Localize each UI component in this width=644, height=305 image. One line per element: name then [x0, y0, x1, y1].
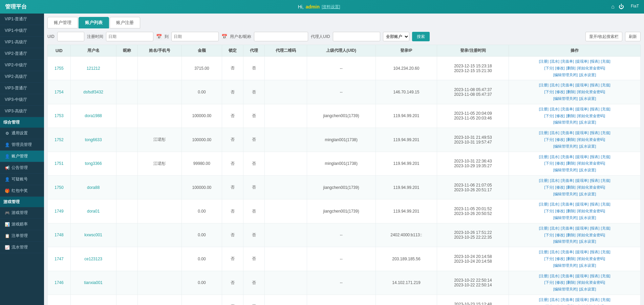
action-编辑管理关闭-link[interactable]: [编辑管理关闭] — [553, 239, 578, 243]
action-下分-link[interactable]: [下分] — [544, 257, 554, 261]
action-流水-link[interactable]: [流水] — [550, 178, 559, 182]
sidebar-item-bet-management[interactable]: 📋注单管理 — [0, 230, 44, 242]
action-流水-link[interactable]: [流水] — [550, 202, 559, 206]
action-充值-link[interactable]: [充值] — [601, 131, 610, 135]
action-流水-link[interactable]: [流水] — [550, 298, 559, 302]
action-充值单-link[interactable]: [充值单] — [561, 131, 574, 135]
action-初始化资金密码-link[interactable]: [初始化资金密码] — [577, 114, 605, 118]
action-下分-link[interactable]: [下分] — [544, 90, 554, 94]
sidebar-item-redpacket-win[interactable]: 🎁红包中奖 — [0, 185, 44, 197]
action-注册-link[interactable]: [注册] — [539, 298, 549, 302]
action-提现单-link[interactable]: [提现单] — [575, 83, 588, 87]
uid-cell-link[interactable]: 1750 — [55, 185, 64, 190]
username-input[interactable] — [254, 32, 308, 41]
action-流水-link[interactable]: [流水] — [550, 131, 559, 135]
tab-account-reg[interactable]: 账户注册 — [110, 17, 140, 28]
action-报表-link[interactable]: [报表] — [590, 83, 599, 87]
action-报表-link[interactable]: [报表] — [590, 226, 599, 230]
action-删除-link[interactable]: [删除] — [566, 66, 576, 70]
uid-cell-link[interactable]: 1751 — [55, 161, 64, 166]
action-注册-link[interactable]: [注册] — [539, 274, 549, 278]
action-下分-link[interactable]: [下分] — [544, 185, 554, 189]
action-提现单-link[interactable]: [提现单] — [575, 202, 588, 206]
action-充值-link[interactable]: [充值] — [601, 83, 610, 87]
action-充值-link[interactable]: [充值] — [601, 202, 610, 206]
action-流水-link[interactable]: [流水] — [550, 274, 559, 278]
action-注册-link[interactable]: [注册] — [539, 131, 549, 135]
action-删除-link[interactable]: [删除] — [566, 185, 576, 189]
action-下分-link[interactable]: [下分] — [544, 161, 554, 165]
action-初始化资金密码-link[interactable]: [初始化资金密码] — [577, 209, 605, 213]
action-删除-link[interactable]: [删除] — [566, 114, 576, 118]
action-编辑管理关闭-link[interactable]: [编辑管理关闭] — [553, 216, 578, 220]
tab-account-list[interactable]: 账户列表 — [79, 17, 109, 28]
action-报表-link[interactable]: [报表] — [590, 59, 599, 63]
action-提现单-link[interactable]: [提现单] — [575, 107, 588, 111]
sidebar-item-flow-management[interactable]: 📈流水管理 — [0, 242, 44, 253]
action-初始化资金密码-link[interactable]: [初始化资金密码] — [577, 66, 605, 70]
action-充值单-link[interactable]: [充值单] — [561, 59, 574, 63]
uid-cell-link[interactable]: 1752 — [55, 137, 64, 142]
profile-link[interactable]: [资料设置] — [322, 4, 340, 10]
action-修改-link[interactable]: [修改] — [555, 137, 565, 141]
action-充值单-link[interactable]: [充值单] — [561, 202, 574, 206]
toggle-search-button[interactable]: 显开/收起搜索栏 — [585, 32, 622, 41]
sidebar-item-suspicious-account[interactable]: 👤可疑账号 — [0, 174, 44, 185]
action-下分-link[interactable]: [下分] — [544, 209, 554, 213]
uid-cell-link[interactable]: 1749 — [55, 209, 64, 214]
action-注册-link[interactable]: [注册] — [539, 226, 549, 230]
action-提现单-link[interactable]: [提现单] — [575, 250, 588, 254]
sidebar-item-vip3-normal[interactable]: VIP3-普通厅 — [0, 83, 44, 94]
action-初始化资金密码-link[interactable]: [初始化资金密码] — [577, 161, 605, 165]
uid-cell-link[interactable]: 1754 — [55, 90, 64, 94]
sidebar-item-notice-management[interactable]: 📢公告管理 — [0, 162, 44, 174]
action-反水设置-link[interactable]: [反水设置] — [579, 287, 596, 291]
username-cell-link[interactable]: dsfsdf3432 — [83, 90, 103, 94]
sidebar-item-general-settings[interactable]: ⚙通用设置 — [0, 128, 44, 139]
account-type-select[interactable]: 全部账户普通账户代理账户 — [383, 32, 409, 41]
action-报表-link[interactable]: [报表] — [590, 155, 599, 159]
action-删除-link[interactable]: [删除] — [566, 137, 576, 141]
sidebar-item-vip1-high[interactable]: VIP1-高级厅 — [0, 37, 44, 48]
action-删除-link[interactable]: [删除] — [566, 280, 576, 284]
action-报表-link[interactable]: [报表] — [590, 178, 599, 182]
action-充值单-link[interactable]: [充值单] — [561, 250, 574, 254]
username-cell-link[interactable]: 121212 — [87, 66, 100, 71]
action-注册-link[interactable]: [注册] — [539, 250, 549, 254]
action-修改-link[interactable]: [修改] — [555, 209, 565, 213]
action-反水设置-link[interactable]: [反水设置] — [579, 263, 596, 267]
action-反水设置-link[interactable]: [反水设置] — [579, 120, 596, 124]
action-充值-link[interactable]: [充值] — [601, 226, 610, 230]
action-修改-link[interactable]: [修改] — [555, 161, 565, 165]
action-下分-link[interactable]: [下分] — [544, 114, 554, 118]
action-初始化资金密码-link[interactable]: [初始化资金密码] — [577, 137, 605, 141]
action-充值-link[interactable]: [充值] — [601, 250, 610, 254]
action-充值-link[interactable]: [充值] — [601, 107, 610, 111]
action-流水-link[interactable]: [流水] — [550, 226, 559, 230]
action-编辑管理关闭-link[interactable]: [编辑管理关闭] — [553, 96, 578, 101]
uid-cell-link[interactable]: 1753 — [55, 113, 64, 118]
action-初始化资金密码-link[interactable]: [初始化资金密码] — [577, 90, 605, 94]
action-修改-link[interactable]: [修改] — [555, 185, 565, 189]
sidebar-item-vip1-mid[interactable]: VIP1-中级厅 — [0, 25, 44, 37]
action-提现单-link[interactable]: [提现单] — [575, 274, 588, 278]
action-修改-link[interactable]: [修改] — [555, 257, 565, 261]
action-下分-link[interactable]: [下分] — [544, 280, 554, 284]
refresh-button[interactable]: 刷新 — [625, 32, 641, 41]
action-删除-link[interactable]: [删除] — [566, 257, 576, 261]
action-修改-link[interactable]: [修改] — [555, 114, 565, 118]
action-删除-link[interactable]: [删除] — [566, 233, 576, 237]
sidebar-item-vip2-high[interactable]: VIP2-高级厅 — [0, 71, 44, 83]
action-提现单-link[interactable]: [提现单] — [575, 226, 588, 230]
action-注册-link[interactable]: [注册] — [539, 59, 549, 63]
action-下分-link[interactable]: [下分] — [544, 66, 554, 70]
action-反水设置-link[interactable]: [反水设置] — [579, 96, 596, 101]
action-初始化资金密码-link[interactable]: [初始化资金密码] — [577, 185, 605, 189]
action-报表-link[interactable]: [报表] — [590, 298, 599, 302]
action-流水-link[interactable]: [流水] — [550, 250, 559, 254]
power-icon[interactable]: ⏻ — [619, 4, 624, 10]
action-充值-link[interactable]: [充值] — [601, 274, 610, 278]
action-流水-link[interactable]: [流水] — [550, 107, 559, 111]
action-充值单-link[interactable]: [充值单] — [561, 274, 574, 278]
search-button[interactable]: 搜索 — [412, 32, 430, 41]
